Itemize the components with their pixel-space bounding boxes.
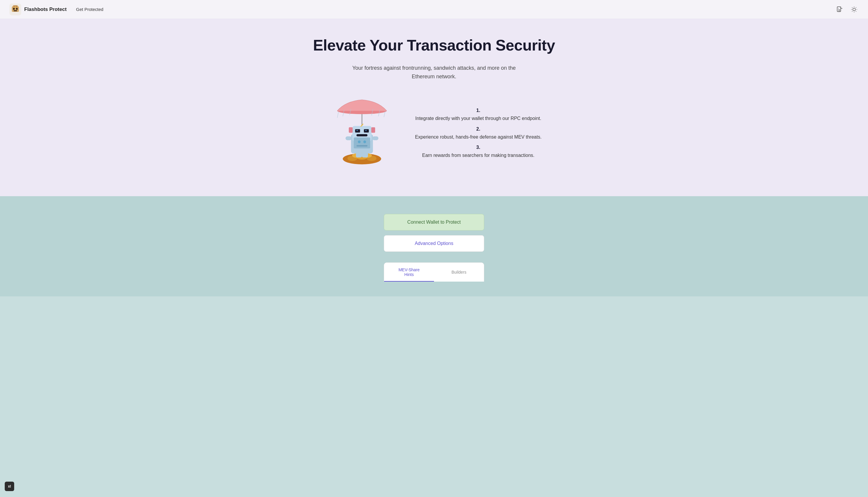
connect-wallet-button[interactable]: Connect Wallet to Protect	[384, 214, 484, 230]
svg-rect-37	[371, 127, 375, 133]
svg-rect-51	[356, 152, 362, 157]
svg-line-19	[852, 11, 852, 11]
navbar-right	[835, 5, 858, 14]
svg-rect-36	[349, 127, 353, 133]
tabs-container: MEV-ShareHints Builders	[384, 262, 484, 282]
brand: Flashbots Protect	[10, 3, 67, 15]
svg-rect-35	[356, 134, 367, 136]
step-2-number: 2.	[415, 125, 542, 133]
step-2-text: Experience robust, hands-free defense ag…	[415, 134, 542, 140]
hero-subtitle: Your fortress against frontrunning, sand…	[345, 64, 523, 81]
document-icon-button[interactable]	[835, 5, 844, 14]
svg-rect-33	[356, 130, 358, 131]
svg-rect-52	[362, 152, 368, 157]
svg-rect-38	[345, 136, 351, 140]
svg-rect-5	[14, 10, 17, 11]
tabs-section: MEV-ShareHints Builders	[384, 262, 484, 282]
hero-inner: Elevate Your Transaction Security Your f…	[301, 37, 567, 172]
advanced-options-button[interactable]: Advanced Options	[384, 235, 484, 252]
svg-rect-7	[17, 6, 18, 6]
robot-svg-icon	[326, 96, 397, 173]
theme-toggle-button[interactable]	[850, 5, 858, 14]
svg-rect-32	[364, 129, 369, 132]
action-section: Connect Wallet to Protect Advanced Optio…	[0, 196, 868, 296]
step-3-number: 3.	[415, 143, 542, 151]
navbar: Flashbots Protect Get Protected	[0, 0, 868, 19]
svg-point-3	[13, 8, 15, 10]
brand-name: Flashbots Protect	[24, 6, 67, 12]
step-1-text: Integrate directly with your wallet thro…	[415, 116, 542, 121]
svg-point-42	[363, 140, 366, 143]
step-1: 1. Integrate directly with your wallet t…	[415, 106, 542, 122]
steps-list: 1. Integrate directly with your wallet t…	[415, 106, 542, 162]
corner-badge: xl	[5, 482, 14, 491]
svg-rect-39	[372, 136, 378, 140]
brand-logo-icon	[10, 3, 21, 15]
svg-point-4	[16, 8, 18, 10]
robot-illustration	[326, 96, 397, 173]
nav-get-protected[interactable]: Get Protected	[76, 7, 104, 12]
svg-line-23	[337, 111, 339, 118]
hero-section: Elevate Your Transaction Security Your f…	[0, 19, 868, 196]
document-icon	[836, 6, 843, 13]
svg-rect-34	[365, 130, 367, 131]
navbar-left: Flashbots Protect Get Protected	[10, 3, 103, 15]
svg-point-12	[853, 8, 855, 11]
tab-mev-share[interactable]: MEV-ShareHints	[384, 263, 434, 282]
hero-content: 1. Integrate directly with your wallet t…	[301, 96, 567, 173]
step-1-number: 1.	[415, 106, 542, 114]
svg-rect-43	[356, 145, 367, 146]
sun-icon	[851, 6, 857, 13]
hero-title: Elevate Your Transaction Security	[301, 37, 567, 54]
step-2: 2. Experience robust, hands-free defense…	[415, 125, 542, 141]
step-3: 3. Earn rewards from searchers for makin…	[415, 143, 542, 159]
step-3-text: Earn rewards from searchers for making t…	[422, 153, 535, 158]
svg-rect-40	[354, 138, 370, 148]
svg-line-15	[852, 7, 852, 8]
tab-builders[interactable]: Builders	[434, 263, 484, 282]
svg-point-41	[358, 140, 361, 143]
svg-rect-6	[12, 6, 14, 6]
svg-point-8	[15, 6, 16, 7]
